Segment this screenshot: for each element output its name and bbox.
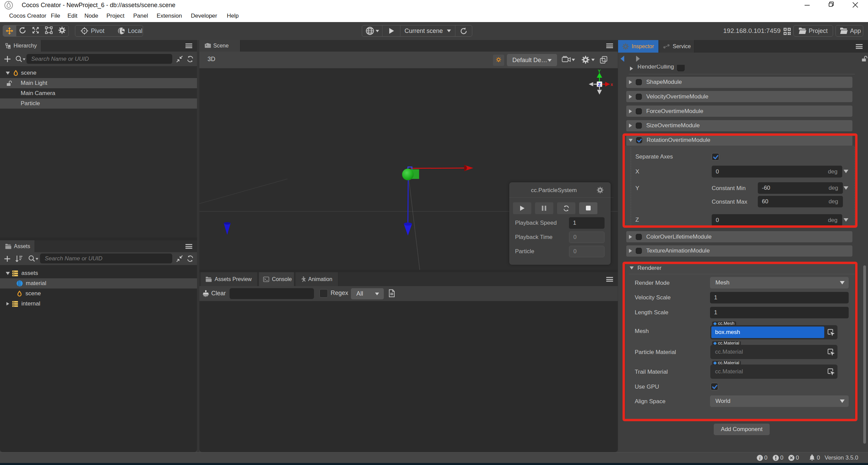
svg-text:i: i bbox=[759, 455, 761, 461]
svg-text:x: x bbox=[611, 82, 613, 87]
svg-text:Y: Y bbox=[598, 69, 601, 74]
svg-text:Z: Z bbox=[598, 82, 601, 87]
